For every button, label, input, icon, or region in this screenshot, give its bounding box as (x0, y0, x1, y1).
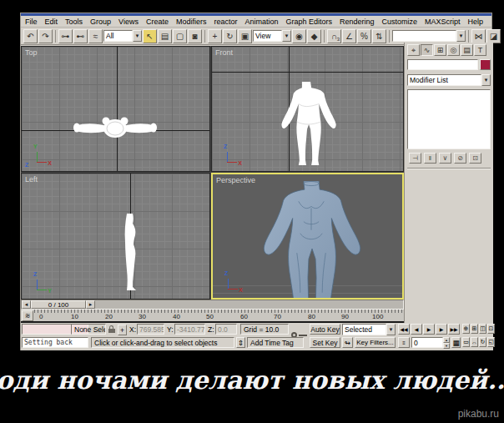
redo-icon[interactable]: ↷ (38, 29, 53, 43)
named-selection-sets-dropdown[interactable]: ▼ (392, 30, 466, 42)
arc-rotate-icon[interactable]: ↻ (479, 337, 486, 347)
absolute-offset-toggle-icon[interactable]: + (118, 325, 127, 335)
chevron-down-icon[interactable]: ▼ (456, 30, 466, 42)
mirror-icon[interactable]: ⋈ (471, 29, 486, 43)
tab-motion-icon[interactable]: ◎ (447, 44, 460, 56)
next-frame-icon[interactable]: ▶ (436, 324, 447, 335)
modifier-list-dropdown[interactable]: Modifier List ▼ (407, 74, 491, 86)
percent-snap-toggle[interactable]: % (357, 29, 371, 43)
selection-lock-icon[interactable] (108, 324, 116, 335)
chevron-down-icon[interactable]: ▼ (481, 74, 491, 86)
select-and-rotate-button[interactable]: ↻ (223, 29, 237, 43)
unlink-selection-icon[interactable]: ⊷ (73, 29, 88, 43)
configure-modifier-sets-icon[interactable]: ⊡ (469, 153, 481, 164)
pin-stack-icon[interactable]: ⊣ (409, 153, 421, 164)
menu-maxscript[interactable]: MAXScript (425, 18, 461, 26)
zoom-extents-all-icon[interactable]: ⊡ (487, 324, 495, 334)
menu-customize[interactable]: Customize (382, 18, 418, 26)
select-and-manipulate-button[interactable]: ◆ (307, 29, 321, 43)
menu-rendering[interactable]: Rendering (340, 18, 375, 26)
menu-reactor[interactable]: reactor (214, 18, 237, 26)
viewport-perspective[interactable]: Perspective (211, 173, 404, 300)
object-name-field[interactable] (407, 59, 478, 70)
menu-create[interactable]: Create (146, 18, 169, 26)
make-unique-icon[interactable]: ∨ (439, 153, 451, 164)
select-by-name-button[interactable]: ▤ (158, 29, 172, 43)
previous-frame-icon[interactable]: ◀ (411, 324, 422, 335)
select-and-scale-button[interactable]: ▣ (238, 29, 252, 43)
menu-views[interactable]: Views (118, 18, 139, 26)
time-slider-next-icon[interactable]: ▸ (86, 300, 95, 309)
use-pivot-point-button[interactable]: ◉ (292, 29, 306, 43)
field-of-view-icon[interactable]: ▭ (462, 337, 470, 347)
spinner-down-icon[interactable]: ▼ (443, 343, 450, 349)
spinner-snap-toggle[interactable]: ⇅ (372, 29, 386, 43)
time-tag-arrows-icon[interactable]: ⇕ (236, 337, 245, 348)
mini-curve-editor-icon[interactable]: ≋ (22, 310, 33, 321)
trajectories-icon[interactable]: ↬ (342, 337, 353, 348)
current-frame-field[interactable]: 0 (411, 337, 443, 348)
add-time-tag-label[interactable]: Add Time Tag (247, 337, 304, 348)
frame-spinner[interactable]: ▲ ▼ (443, 337, 450, 348)
menu-animation[interactable]: Animation (244, 18, 278, 26)
model-top-view[interactable] (73, 113, 157, 144)
viewport-front[interactable]: Front Z X (211, 46, 404, 172)
object-color-swatch[interactable] (480, 59, 491, 70)
menu-file[interactable]: File (25, 18, 38, 26)
track-bar[interactable]: ≋ 0 10 20 30 40 50 60 70 80 90 100 (21, 310, 404, 323)
chevron-down-icon[interactable]: ▼ (386, 324, 396, 335)
chevron-down-icon[interactable]: ▼ (282, 30, 291, 42)
spinner-up-icon[interactable]: ▲ (443, 337, 450, 343)
model-front-view[interactable] (272, 82, 340, 167)
modifier-stack-list[interactable] (407, 89, 491, 149)
viewport-left[interactable]: Left Z Y (21, 173, 210, 300)
snap-toggle-button[interactable]: ∩3 (327, 29, 341, 43)
select-and-link-icon[interactable]: ⊶ (58, 29, 73, 43)
tab-display-icon[interactable]: ▤ (461, 44, 473, 56)
coord-x-value[interactable]: 769.585 (137, 324, 164, 335)
show-end-result-icon[interactable]: ‖ (424, 153, 436, 164)
menu-edit[interactable]: Edit (45, 18, 58, 26)
window-crossing-toggle[interactable]: ◙ (188, 29, 202, 43)
reference-coordinate-dropdown[interactable]: View ▼ (253, 30, 291, 42)
rectangular-selection-region-button[interactable]: ▢ (173, 29, 187, 43)
remove-modifier-icon[interactable]: ⊘ (454, 153, 466, 164)
tab-create-icon[interactable]: ⌖ (407, 44, 420, 56)
coord-y-value[interactable]: -3410.771 (174, 324, 205, 335)
tab-utilities-icon[interactable]: T (474, 44, 486, 56)
menu-tools[interactable]: Tools (65, 18, 83, 26)
key-filters-button[interactable]: Key Filters... (355, 337, 396, 348)
key-selection-dropdown[interactable]: Selected ▼ (342, 324, 396, 335)
menu-graph-editors[interactable]: Graph Editors (286, 18, 333, 26)
set-key-button[interactable]: Set Key (310, 337, 340, 348)
chevron-down-icon[interactable]: ▼ (133, 30, 142, 42)
go-to-start-icon[interactable]: ◀◀ (398, 324, 410, 335)
menu-help[interactable]: Help (468, 18, 484, 26)
selection-filter-dropdown[interactable]: All ▼ (103, 30, 142, 42)
auto-key-button[interactable]: Auto Key (310, 324, 340, 335)
coord-z-value[interactable]: 0.0 (215, 324, 237, 335)
zoom-extents-icon[interactable]: ◫ (479, 324, 486, 334)
align-icon[interactable]: ◪ (486, 29, 501, 43)
bind-to-spacewarp-icon[interactable]: ≈ (88, 29, 103, 43)
model-perspective-view[interactable] (256, 181, 366, 300)
zoom-all-icon[interactable]: ⊞ (471, 324, 478, 334)
pan-icon[interactable]: ⇔ (471, 337, 478, 347)
model-left-view[interactable] (120, 214, 139, 294)
viewport-top[interactable]: Top Y X Z (21, 46, 210, 172)
zoom-icon[interactable]: ⊕ (462, 324, 470, 334)
time-configuration-icon[interactable]: ▦ (451, 337, 461, 348)
undo-icon[interactable]: ↶ (23, 29, 38, 43)
menu-group[interactable]: Group (90, 18, 111, 26)
time-slider-handle[interactable]: 0 / 100 (31, 300, 86, 309)
min-max-toggle-icon[interactable]: ◱ (487, 337, 495, 347)
menu-modifiers[interactable]: Modifiers (176, 18, 207, 26)
play-button-icon[interactable]: ▶ (423, 324, 435, 335)
go-to-end-icon[interactable]: ▶▶ (448, 324, 460, 335)
select-object-button[interactable]: ↖ (143, 29, 157, 43)
tab-modify-icon[interactable]: ∿ (421, 44, 433, 56)
angle-snap-toggle[interactable]: ∠ (342, 29, 356, 43)
tab-hierarchy-icon[interactable]: ⊞ (434, 44, 446, 56)
select-and-move-button[interactable]: + (208, 29, 222, 43)
key-mode-toggle-icon[interactable]: ≡ (398, 337, 410, 348)
